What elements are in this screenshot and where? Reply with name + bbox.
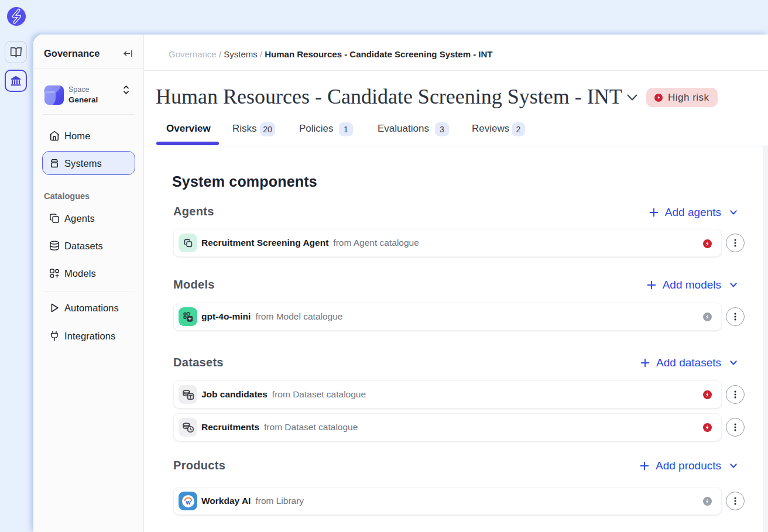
svg-text:w: w	[185, 498, 191, 505]
